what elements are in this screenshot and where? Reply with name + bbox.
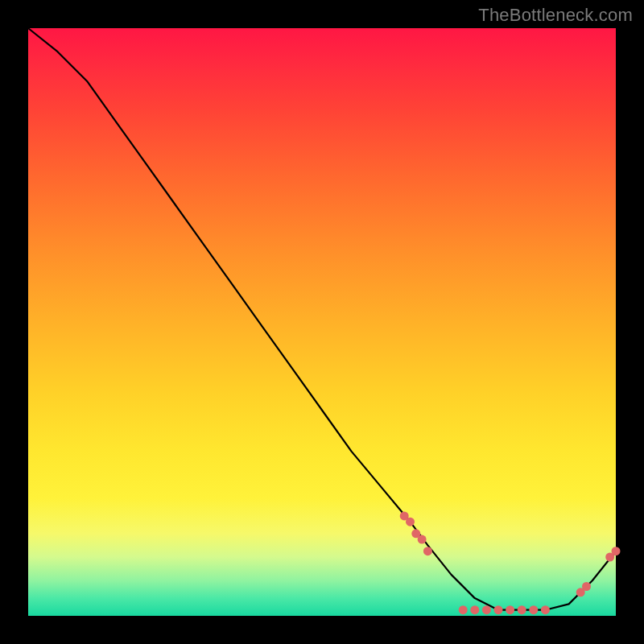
data-point <box>541 605 550 614</box>
data-point <box>529 605 538 614</box>
data-point <box>423 547 432 555</box>
data-point <box>406 518 415 526</box>
data-point <box>612 547 621 555</box>
data-point <box>494 605 503 614</box>
data-point <box>470 605 479 614</box>
data-point <box>459 605 468 614</box>
data-point <box>482 605 491 614</box>
chart-svg <box>28 28 616 616</box>
bottleneck-curve <box>28 28 616 610</box>
data-point <box>518 605 526 614</box>
chart-frame: TheBottleneck.com <box>0 0 644 644</box>
data-point <box>506 605 514 614</box>
watermark-text: TheBottleneck.com <box>478 5 633 26</box>
data-point <box>582 582 591 591</box>
data-point <box>418 535 427 544</box>
plot-area <box>28 28 616 616</box>
data-points <box>400 511 621 614</box>
